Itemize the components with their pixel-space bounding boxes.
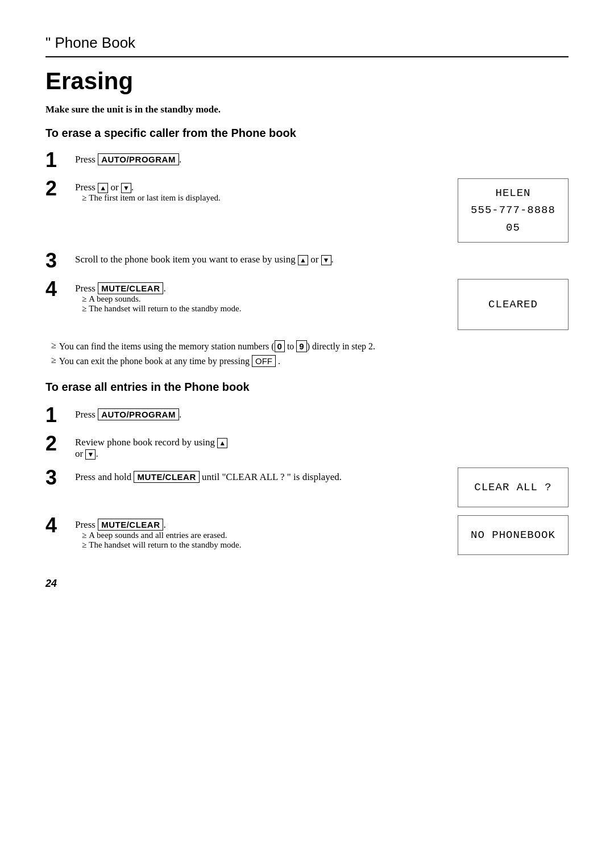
- num-9-box: 9: [296, 340, 306, 352]
- header-title: " Phone Book: [45, 34, 135, 51]
- step-1-content: Press AUTO/PROGRAM.: [75, 150, 569, 165]
- section2-step-2-number: 2: [45, 433, 68, 454]
- section2-step-4-content: Press MUTE/CLEAR. A beep sounds and all …: [75, 515, 441, 550]
- num-0-box: 0: [275, 340, 285, 352]
- section2-step-4-note2: The handset will return to the standby m…: [75, 540, 441, 550]
- note-2: ≥ You can exit the phone book at any tim…: [51, 355, 569, 367]
- page-number: 24: [45, 578, 569, 590]
- display-box-cleared: CLEARED: [441, 279, 569, 330]
- section2-step-1-content: Press AUTO/PROGRAM.: [75, 405, 569, 420]
- section2-step-3-number: 3: [45, 468, 68, 488]
- step-4-content: Press MUTE/CLEAR. A beep sounds. The han…: [75, 279, 441, 314]
- step-1-number: 1: [45, 150, 68, 170]
- section2-step-1-number: 1: [45, 405, 68, 425]
- mute-clear-key-3: MUTE/CLEAR: [98, 519, 163, 531]
- step-1: 1 Press AUTO/PROGRAM.: [45, 150, 569, 170]
- note-1: ≥ You can find the items using the memor…: [51, 340, 569, 352]
- step-2-note: The first item or last item is displayed…: [75, 193, 441, 203]
- off-key: OFF: [252, 355, 276, 367]
- step-3: 3 Scroll to the phone book item you want…: [45, 251, 569, 271]
- section2-step-3: 3 Press and hold MUTE/CLEAR until "CLEAR…: [45, 468, 569, 507]
- arrow-up-icon-1: ▲: [98, 183, 108, 193]
- display-cleared-line1: CLEARED: [488, 296, 538, 313]
- arrow-down-icon-2: ▼: [321, 255, 331, 265]
- step-4: 4 Press MUTE/CLEAR. A beep sounds. The h…: [45, 279, 569, 330]
- page-title: Erasing: [45, 68, 569, 95]
- section2-step-2-content: Review phone book record by using ▲or ▼.: [75, 433, 569, 460]
- display-box-clearall: CLEAR ALL ?: [441, 468, 569, 507]
- arrow-down-icon-1: ▼: [121, 183, 131, 193]
- step-2: 2 Press ▲ or ▼. The first item or last i…: [45, 178, 569, 243]
- section2-step-4: 4 Press MUTE/CLEAR. A beep sounds and al…: [45, 515, 569, 555]
- display-helen-line1: HELEN: [495, 185, 530, 202]
- step-3-content: Scroll to the phone book item you want t…: [75, 251, 569, 265]
- standby-note: Make sure the unit is in the standby mod…: [45, 104, 569, 115]
- notes-section: ≥ You can find the items using the memor…: [45, 340, 569, 367]
- arrow-down-icon-3: ▼: [85, 449, 96, 460]
- step-4-note2: The handset will return to the standby m…: [75, 304, 441, 314]
- step-3-number: 3: [45, 251, 68, 271]
- section2-heading: To erase all entries in the Phone book: [45, 381, 569, 394]
- section2-step-4-number: 4: [45, 515, 68, 536]
- section2-step-4-note1: A beep sounds and all entries are erased…: [75, 531, 441, 540]
- step-4-note1: A beep sounds.: [75, 294, 441, 304]
- display-clearall-line1: CLEAR ALL ?: [474, 479, 551, 496]
- display-helen-line3: 05: [506, 219, 520, 236]
- display-box-nophonebook: NO PHONEBOOK: [441, 515, 569, 555]
- section2-step-3-content: Press and hold MUTE/CLEAR until "CLEAR A…: [75, 468, 441, 483]
- step-2-number: 2: [45, 178, 68, 199]
- display-box-helen: HELEN 555-777-8888 05: [441, 178, 569, 243]
- step-4-number: 4: [45, 279, 68, 299]
- auto-program-key-1: AUTO/PROGRAM: [98, 153, 179, 165]
- mute-clear-key-1: MUTE/CLEAR: [98, 282, 163, 294]
- arrow-up-icon-3: ▲: [217, 438, 227, 448]
- step-2-content: Press ▲ or ▼. The first item or last ite…: [75, 178, 441, 203]
- header-section: " Phone Book: [45, 34, 569, 57]
- section2-step-1: 1 Press AUTO/PROGRAM.: [45, 405, 569, 425]
- section2-step-2: 2 Review phone book record by using ▲or …: [45, 433, 569, 460]
- section1-heading: To erase a specific caller from the Phon…: [45, 127, 569, 140]
- display-helen-line2: 555-777-8888: [471, 202, 555, 219]
- arrow-up-icon-2: ▲: [298, 255, 308, 265]
- mute-clear-key-2: MUTE/CLEAR: [134, 471, 199, 483]
- auto-program-key-2: AUTO/PROGRAM: [98, 408, 179, 420]
- display-nophonebook-line1: NO PHONEBOOK: [471, 527, 555, 544]
